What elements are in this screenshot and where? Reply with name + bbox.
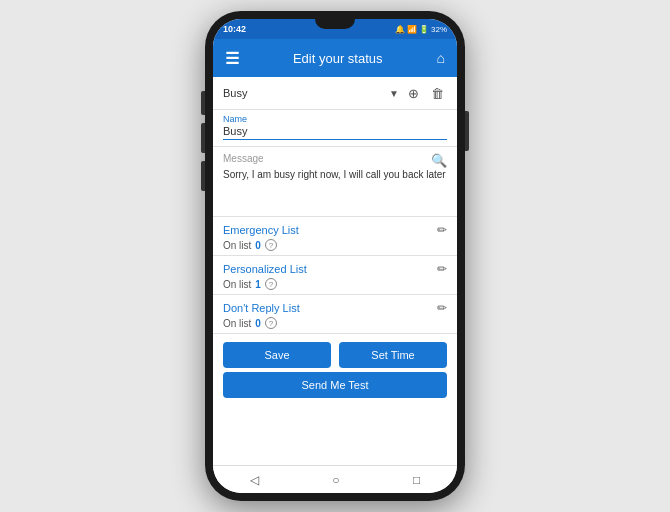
status-dropdown-row: Busy ▼ ⊕ 🗑 (213, 77, 457, 110)
nav-back-button[interactable]: ◁ (250, 473, 259, 487)
personalized-list-edit-icon[interactable]: ✏ (437, 262, 447, 276)
battery-percent: 32% (431, 25, 447, 34)
set-time-button[interactable]: Set Time (339, 342, 447, 368)
emergency-list-sub: On list 0 ? (223, 239, 447, 251)
name-value[interactable]: Busy (223, 125, 447, 137)
phone-notch (315, 19, 355, 29)
dont-reply-list-title: Don't Reply List (223, 302, 300, 314)
app-header: ☰ Edit your status ⌂ (213, 39, 457, 77)
dont-reply-on-list-label: On list (223, 318, 251, 329)
dont-reply-list-header: Don't Reply List ✏ (223, 301, 447, 315)
name-underline (223, 139, 447, 140)
emergency-on-list-label: On list (223, 240, 251, 251)
delete-status-button[interactable]: 🗑 (427, 83, 447, 103)
personalized-list-header: Personalized List ✏ (223, 262, 447, 276)
save-button[interactable]: Save (223, 342, 331, 368)
home-icon[interactable]: ⌂ (437, 50, 445, 66)
volume-down-button (201, 123, 205, 153)
name-label: Name (223, 114, 447, 124)
action-buttons-row: Save Set Time (213, 334, 457, 372)
personalized-list-title: Personalized List (223, 263, 307, 275)
personalized-help-icon[interactable]: ? (265, 278, 277, 290)
personalized-list-section: Personalized List ✏ On list 1 ? (213, 256, 457, 295)
personalized-list-sub: On list 1 ? (223, 278, 447, 290)
message-placeholder: Message (223, 153, 447, 164)
nav-bar: ◁ ○ □ (213, 465, 457, 493)
phone-device: 10:42 🔔 📶 🔋 32% ☰ Edit your status ⌂ Bus… (205, 11, 465, 501)
status-icons: 🔔 📶 🔋 32% (395, 25, 447, 34)
emergency-list-edit-icon[interactable]: ✏ (437, 223, 447, 237)
message-text[interactable]: Sorry, I am busy right now, I will call … (223, 168, 447, 182)
emergency-list-title: Emergency List (223, 224, 299, 236)
dont-reply-list-section: Don't Reply List ✏ On list 0 ? (213, 295, 457, 334)
phone-screen: 10:42 🔔 📶 🔋 32% ☰ Edit your status ⌂ Bus… (213, 19, 457, 493)
dont-reply-list-count: 0 (255, 318, 261, 329)
personalized-on-list-label: On list (223, 279, 251, 290)
dont-reply-help-icon[interactable]: ? (265, 317, 277, 329)
status-time: 10:42 (223, 24, 246, 34)
page-title: Edit your status (239, 51, 437, 66)
dropdown-arrow-icon: ▼ (389, 88, 399, 99)
volume-up-button (201, 91, 205, 115)
nav-recent-button[interactable]: □ (413, 473, 420, 487)
emergency-list-header: Emergency List ✏ (223, 223, 447, 237)
status-select[interactable]: Busy (223, 87, 385, 99)
dont-reply-list-edit-icon[interactable]: ✏ (437, 301, 447, 315)
signal-icon: 📶 (407, 25, 417, 34)
emergency-list-count: 0 (255, 240, 261, 251)
silent-button (201, 161, 205, 191)
send-me-test-button[interactable]: Send Me Test (223, 372, 447, 398)
name-field-group: Name Busy (213, 110, 457, 147)
add-status-button[interactable]: ⊕ (403, 83, 423, 103)
emergency-help-icon[interactable]: ? (265, 239, 277, 251)
notification-icon: 🔔 (395, 25, 405, 34)
dont-reply-list-sub: On list 0 ? (223, 317, 447, 329)
menu-icon[interactable]: ☰ (225, 49, 239, 68)
main-content: Busy ▼ ⊕ 🗑 Name Busy Message Sorry, I am… (213, 77, 457, 465)
personalized-list-count: 1 (255, 279, 261, 290)
emergency-list-section: Emergency List ✏ On list 0 ? (213, 217, 457, 256)
message-search-icon[interactable]: 🔍 (431, 153, 447, 168)
battery-icon: 🔋 (419, 25, 429, 34)
nav-home-button[interactable]: ○ (332, 473, 339, 487)
message-field-group: Message Sorry, I am busy right now, I wi… (213, 147, 457, 217)
power-button (465, 111, 469, 151)
